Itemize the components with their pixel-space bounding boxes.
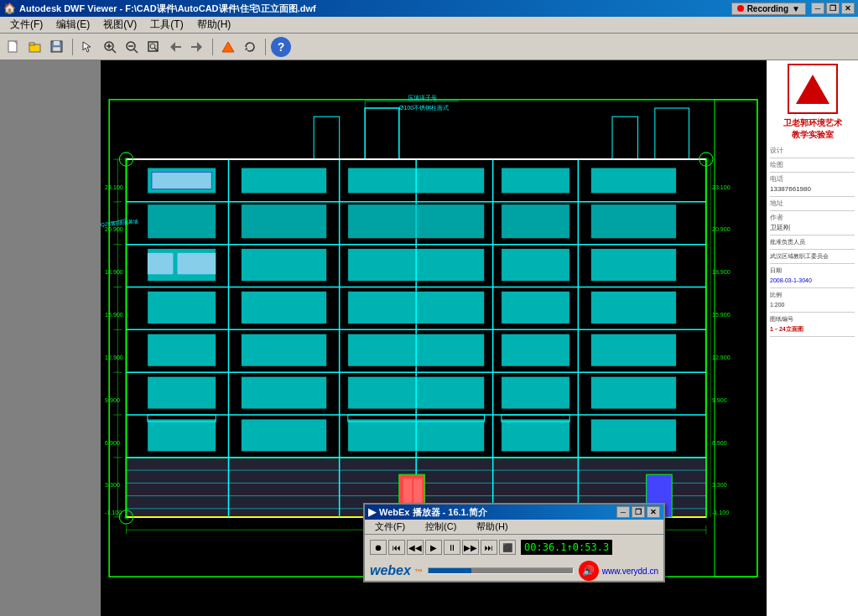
webex-back-btn[interactable]: ◀◀ [407,540,424,555]
more-button[interactable] [218,37,238,57]
separator2 [212,39,213,55]
webex-controls: ⏺ ⏮ ◀◀ ▶ ⏸ ▶▶ ⏭ ⬛ 00:36.1↑0:53.3 [365,535,663,560]
toolbar: ? [0,34,858,60]
svg-rect-76 [502,334,569,366]
title-bar-left: 🏠 Autodesk DWF Viewer - F:\CAD课件\AutoCAD… [3,3,316,15]
refresh-button[interactable] [240,37,260,57]
svg-rect-80 [502,419,569,452]
svg-rect-65 [348,334,485,366]
svg-rect-64 [348,292,485,324]
svg-text:20.900: 20.900 [105,226,123,233]
svg-rect-45 [242,168,327,194]
svg-marker-17 [170,42,175,52]
webex-menu-file[interactable]: 文件(F) [368,519,412,535]
company-title-line2: 教学实验室 [783,129,842,141]
svg-rect-86 [314,116,339,159]
recording-label: Recording [747,4,788,13]
window-title: Autodesk DWF Viewer - F:\CAD课件\AutoCAD课件… [19,3,316,15]
new-button[interactable] [3,37,23,57]
webex-window-controls: ─ ❐ ✕ [616,506,660,518]
svg-rect-67 [348,419,485,452]
zoom-in-button[interactable] [100,37,120,57]
webex-record-btn[interactable]: ⏺ [370,540,387,555]
pan-right-button[interactable] [187,37,207,57]
svg-rect-52 [178,253,216,274]
webex-close[interactable]: ✕ [647,506,660,518]
svg-text:①: ① [124,157,129,163]
svg-rect-73 [591,249,677,282]
svg-rect-57 [148,376,216,409]
webex-restore[interactable]: ❐ [632,506,645,518]
svg-rect-68 [502,168,569,194]
menu-help[interactable]: 帮助(H) [190,16,238,34]
webex-player[interactable]: ▶ WebEx 播放器 - 16.1.简介 ─ ❐ ✕ 文件(F) 控制(C) … [363,503,665,582]
svg-text:12.900: 12.900 [712,355,731,361]
zoom-out-button[interactable] [122,37,142,57]
webex-menu-control[interactable]: 控制(C) [419,519,463,535]
restore-button[interactable]: ❐ [826,3,840,14]
company-title-line1: 卫老郭环境艺术 [783,117,842,129]
svg-rect-66 [348,376,485,409]
webex-minimize[interactable]: ─ [616,506,630,518]
svg-rect-46 [152,172,211,189]
company-title: 卫老郭环境艺术 教学实验室 [783,117,842,141]
menu-tools[interactable]: 工具(T) [143,16,190,34]
svg-text:23.100: 23.100 [712,184,731,191]
svg-rect-72 [502,249,569,282]
title-bar-controls: Recording ▼ ─ ❐ ✕ [731,3,855,15]
recording-badge: Recording ▼ [731,3,806,15]
svg-rect-74 [502,292,569,324]
recording-dot [737,5,744,12]
webex-menu-help[interactable]: 帮助(H) [470,519,514,535]
webex-speaker-btn[interactable]: 🔊 [579,561,599,581]
open-button[interactable] [25,37,45,57]
save-button[interactable] [47,37,67,57]
info-phone: 电话 13387661980 [770,173,855,197]
svg-text:①: ① [704,157,709,163]
webex-pause-btn[interactable]: ⏸ [444,540,460,555]
webex-url: www.verydd.cn [602,567,658,576]
svg-rect-77 [591,334,677,366]
menu-view[interactable]: 视图(V) [96,16,143,34]
menu-bar: 文件(F) 编辑(E) 视图(V) 工具(T) 帮助(H) [0,17,858,34]
close-button[interactable]: ✕ [841,3,855,14]
webex-window-icon: ▶ [368,506,376,518]
webex-play-btn[interactable]: ▶ [425,540,442,555]
cad-viewport[interactable]: 23.100 20.900 18.900 15.900 12.900 9.900… [101,60,766,616]
webex-progress-fill [429,568,472,573]
webex-progress-bar[interactable] [428,567,574,574]
minimize-button[interactable]: ─ [811,3,824,14]
svg-marker-6 [83,42,91,52]
info-designer: 设计 [770,144,855,158]
select-button[interactable] [78,37,98,57]
svg-rect-50 [242,249,327,282]
separator3 [265,39,266,55]
webex-rewind-btn[interactable]: ⏮ [388,540,405,555]
svg-rect-54 [242,292,327,324]
help-button[interactable]: ? [271,37,291,57]
webex-more1-btn[interactable]: ⬛ [499,540,516,555]
webex-time-value: 00:36.1↑0:53.3 [524,541,609,553]
svg-rect-51 [148,253,173,274]
svg-rect-62 [348,204,485,239]
svg-rect-63 [348,249,485,282]
svg-rect-69 [591,168,677,194]
logo-triangle [796,75,829,104]
webex-menu: 文件(F) 控制(C) 帮助(H) [365,520,663,535]
zoom-window-button[interactable] [143,37,164,57]
svg-rect-47 [148,204,216,239]
webex-forward-btn[interactable]: ▶▶ [462,540,479,555]
menu-edit[interactable]: 编辑(E) [49,16,96,34]
svg-rect-48 [242,204,327,239]
webex-end-btn[interactable]: ⏭ [481,540,497,555]
webex-logo-area: webex ™ 🔊 www.verydd.cn [365,560,663,582]
svg-rect-70 [502,204,569,239]
menu-file[interactable]: 文件(F) [3,16,49,34]
svg-rect-58 [242,376,327,409]
svg-marker-22 [245,47,247,50]
info-draw: 绘图 [770,158,855,173]
pan-left-button[interactable] [165,37,185,57]
webex-title-left: ▶ WebEx 播放器 - 16.1.简介 [368,506,487,519]
webex-time-display: 00:36.1↑0:53.3 [521,540,612,555]
right-panel: 卫老郭环境艺术 教学实验室 设计 绘图 电话 13387661980 地址 [766,60,858,616]
